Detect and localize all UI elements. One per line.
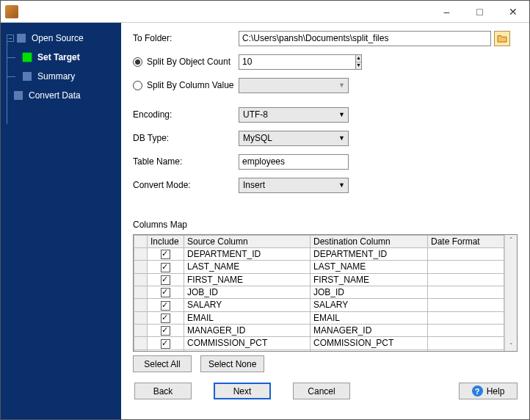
table-row[interactable]: EMAILEMAIL	[134, 311, 504, 324]
include-cell[interactable]	[148, 311, 184, 324]
date-cell[interactable]	[428, 261, 504, 273]
table-row[interactable]: MANAGER_IDMANAGER_ID	[134, 324, 504, 336]
row-header	[134, 350, 148, 351]
table-row[interactable]: FIRST_NAMEFIRST_NAME	[134, 273, 504, 286]
source-cell[interactable]: SALARY	[184, 299, 311, 311]
columns-map-grid: Include Source Column Destination Column…	[133, 234, 518, 352]
table-row[interactable]: PHONE_NUMBERPHONE_NUMBER	[134, 350, 504, 351]
row-header-blank	[134, 236, 148, 248]
split-value-radio[interactable]: Split By Column Value	[133, 80, 239, 90]
include-cell[interactable]	[148, 248, 184, 261]
row-encoding: Encoding: UTF-8 ▼	[133, 106, 518, 123]
select-none-button[interactable]: Select None	[200, 355, 264, 372]
row-header	[134, 311, 148, 324]
select-all-button[interactable]: Select All	[133, 355, 192, 372]
nav-summary[interactable]: Summary	[1, 67, 121, 86]
include-cell[interactable]	[148, 273, 184, 286]
split-value-combo[interactable]: ▼	[239, 78, 349, 93]
table-row[interactable]: COMMISSION_PCTCOMMISSION_PCT	[134, 337, 504, 350]
source-cell[interactable]: MANAGER_ID	[184, 324, 311, 336]
date-cell[interactable]	[428, 337, 504, 350]
date-cell[interactable]	[428, 324, 504, 336]
source-cell[interactable]: DEPARTMENT_ID	[184, 248, 311, 261]
nav-label: Convert Data	[29, 90, 81, 101]
date-cell[interactable]	[428, 248, 504, 261]
close-button[interactable]: ✕	[496, 1, 529, 23]
radio-icon	[133, 57, 142, 67]
encoding-combo[interactable]: UTF-8 ▼	[239, 107, 349, 123]
chevron-down-icon: ▼	[338, 82, 345, 89]
wizard-footer: Back Next Cancel ? Help	[133, 383, 518, 399]
grid-scrollbar[interactable]: ˄ ˅	[504, 235, 517, 351]
dest-cell[interactable]: DEPARTMENT_ID	[311, 248, 428, 261]
date-cell[interactable]	[428, 299, 504, 311]
combo-value: Insert	[243, 180, 265, 190]
row-header	[134, 337, 148, 350]
source-cell[interactable]: PHONE_NUMBER	[184, 350, 311, 351]
source-cell[interactable]: FIRST_NAME	[184, 273, 311, 286]
to-folder-input[interactable]	[239, 31, 491, 46]
scroll-up-icon: ˄	[509, 236, 513, 244]
date-cell[interactable]	[428, 286, 504, 298]
table-label: Table Name:	[133, 156, 239, 167]
table-name-input[interactable]	[239, 154, 349, 170]
checkbox-icon	[161, 250, 170, 259]
maximize-button[interactable]: □	[463, 1, 496, 23]
dest-cell[interactable]: MANAGER_ID	[311, 324, 428, 336]
include-cell[interactable]	[148, 337, 184, 350]
dest-cell[interactable]: PHONE_NUMBER	[311, 350, 428, 351]
chevron-down-icon: ▼	[338, 134, 345, 142]
table-row[interactable]: DEPARTMENT_IDDEPARTMENT_ID	[134, 248, 504, 261]
dest-cell[interactable]: LAST_NAME	[311, 261, 428, 273]
next-button[interactable]: Next	[214, 383, 271, 399]
nav-convert-data[interactable]: Convert Data	[1, 86, 121, 105]
include-cell[interactable]	[148, 261, 184, 273]
date-cell[interactable]	[428, 273, 504, 286]
split-count-input[interactable]	[239, 54, 356, 70]
split-count-spinner[interactable]: ▲ ▼	[239, 54, 349, 70]
step-icon	[23, 72, 32, 81]
nav-set-target[interactable]: Set Target	[1, 48, 121, 67]
split-count-radio[interactable]: Split By Object Count	[133, 57, 239, 67]
nav-open-source[interactable]: – Open Source	[1, 29, 121, 48]
minimize-button[interactable]: –	[430, 1, 463, 23]
source-cell[interactable]: EMAIL	[184, 311, 311, 324]
browse-folder-button[interactable]	[494, 31, 510, 46]
titlebar: – □ ✕	[1, 1, 529, 23]
table-row[interactable]: JOB_IDJOB_ID	[134, 286, 504, 298]
help-button[interactable]: ? Help	[459, 383, 518, 399]
spinner-up[interactable]: ▲	[356, 55, 361, 62]
dbtype-combo[interactable]: MySQL ▼	[239, 131, 349, 146]
checkbox-icon	[161, 288, 170, 297]
dest-cell[interactable]: SALARY	[311, 299, 428, 311]
col-source[interactable]: Source Column	[184, 236, 311, 248]
col-include[interactable]: Include	[148, 236, 184, 248]
cancel-button[interactable]: Cancel	[293, 383, 350, 399]
dest-cell[interactable]: COMMISSION_PCT	[311, 337, 428, 350]
dest-cell[interactable]: FIRST_NAME	[311, 273, 428, 286]
table-row[interactable]: SALARYSALARY	[134, 299, 504, 311]
include-cell[interactable]	[148, 324, 184, 336]
dest-cell[interactable]: EMAIL	[311, 311, 428, 324]
include-cell[interactable]	[148, 299, 184, 311]
dest-cell[interactable]: JOB_ID	[311, 286, 428, 298]
row-header	[134, 286, 148, 298]
include-cell[interactable]	[148, 350, 184, 351]
include-cell[interactable]	[148, 286, 184, 298]
source-cell[interactable]: COMMISSION_PCT	[184, 337, 311, 350]
checkbox-icon	[161, 314, 170, 323]
checkbox-icon	[161, 301, 170, 311]
row-header	[134, 261, 148, 273]
source-cell[interactable]: JOB_ID	[184, 286, 311, 298]
table-row[interactable]: LAST_NAMELAST_NAME	[134, 261, 504, 273]
date-cell[interactable]	[428, 311, 504, 324]
mode-combo[interactable]: Insert ▼	[239, 178, 349, 193]
chevron-down-icon: ▼	[338, 111, 345, 118]
spinner-down[interactable]: ▼	[356, 62, 361, 69]
col-date[interactable]: Date Format	[428, 236, 504, 248]
back-button[interactable]: Back	[134, 383, 192, 399]
folder-open-icon	[497, 34, 507, 43]
date-cell[interactable]	[428, 350, 504, 351]
col-dest[interactable]: Destination Column	[311, 236, 428, 248]
source-cell[interactable]: LAST_NAME	[184, 261, 311, 273]
